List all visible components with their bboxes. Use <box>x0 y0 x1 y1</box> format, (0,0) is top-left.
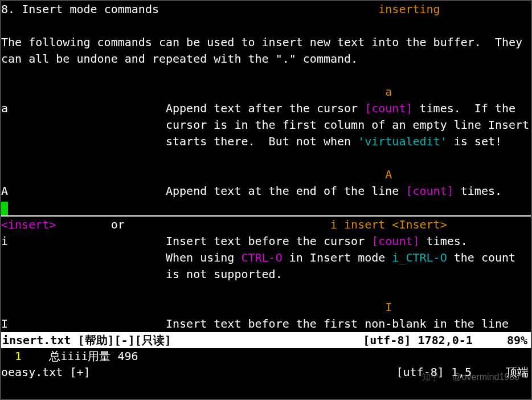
buffer-filename: oeasy.txt <box>1 365 63 379</box>
count-ref: [count] <box>371 234 419 248</box>
tag-line-upper-i: I <box>1 299 531 316</box>
cmd-upper-i-line-1: I Insert text before the first non-blank… <box>1 316 531 332</box>
help-percent: 89% <box>507 332 530 348</box>
insert-key-ref: <insert> <box>1 218 56 231</box>
cmd-a-line-2: cursor is in the first column of an empt… <box>1 117 531 133</box>
watermark-user: @overmind1980 <box>452 369 519 385</box>
cmd-a-line-1: a Append text after the cursor [count] t… <box>1 100 531 117</box>
help-tag-a: a <box>385 85 392 99</box>
help-filename: insert.txt <box>2 333 71 347</box>
cmd-upper-a-line-1: A Append text at the end of the line [co… <box>1 183 531 199</box>
help-tag-upper-i: I <box>385 300 392 314</box>
ctrl-o-ref: CTRL-O <box>241 251 282 264</box>
blank-line <box>1 67 531 84</box>
help-tag-inserting: inserting <box>378 2 440 16</box>
tag-line-upper-a: A <box>1 166 531 183</box>
help-tag-upper-a: A <box>385 168 392 181</box>
help-tag-i-insert: i insert <Insert> <box>330 218 447 231</box>
option-virtualedit: 'virtualedit' <box>358 134 447 148</box>
help-flags: [帮助][-][只读] <box>71 333 171 347</box>
cmd-i-line-2: When using CTRL-O in Insert mode i_CTRL-… <box>1 250 531 266</box>
watermark-zhihu: 知乎 <box>421 369 440 385</box>
cmd-key-upper-a: A <box>1 184 8 198</box>
intro-line-2: can all be undone and repeated with the … <box>1 51 531 67</box>
help-position: 1782,0-1 <box>418 333 473 347</box>
section-title: Insert mode commands <box>22 2 159 16</box>
cmd-key-upper-i: I <box>1 317 8 330</box>
cmd-i-line-1: i Insert text before the cursor [count] … <box>1 233 531 250</box>
buffer-statusline: oeasy.txt [+] [utf-8] 1,5 顶端 <box>1 364 531 380</box>
line-number: 1 <box>1 349 28 363</box>
blank-line <box>1 18 531 34</box>
tag-line-a: a <box>1 84 531 100</box>
blank-line <box>1 150 531 166</box>
count-ref: [count] <box>406 184 453 198</box>
section-num: 8. <box>1 2 15 16</box>
cursor-line <box>1 199 531 216</box>
i-ctrl-o-ref: i_CTRL-O <box>392 251 447 264</box>
intro-line-1: The following commands can be used to in… <box>1 34 531 51</box>
buffer-flags: [+] <box>63 365 90 379</box>
cmd-key-a: a <box>1 101 8 115</box>
blank-line <box>1 283 531 299</box>
cmd-i-tags-line: <insert> or i insert <Insert> <box>1 217 531 233</box>
buffer-text: 总iiii用量 496 <box>28 349 138 363</box>
cmd-a-line-3: starts there. But not when 'virtualedit'… <box>1 133 531 150</box>
section-header: 8. Insert mode commands inserting <box>1 1 531 18</box>
help-encoding: [utf-8] <box>363 333 411 347</box>
help-statusline: insert.txt [帮助][-][只读] [utf-8] 1782,0-1 … <box>1 332 531 348</box>
or-text: or <box>111 218 125 231</box>
terminal-viewport[interactable]: 8. Insert mode commands inserting The fo… <box>1 1 531 399</box>
buffer-line: 1 总iiii用量 496 <box>1 348 531 364</box>
cmd-i-line-3: is not supported. <box>1 266 531 283</box>
cmd-key-i: i <box>1 234 8 248</box>
cursor-block <box>1 202 8 215</box>
count-ref: [count] <box>365 101 412 115</box>
help-window[interactable]: 8. Insert mode commands inserting The fo… <box>1 1 531 332</box>
